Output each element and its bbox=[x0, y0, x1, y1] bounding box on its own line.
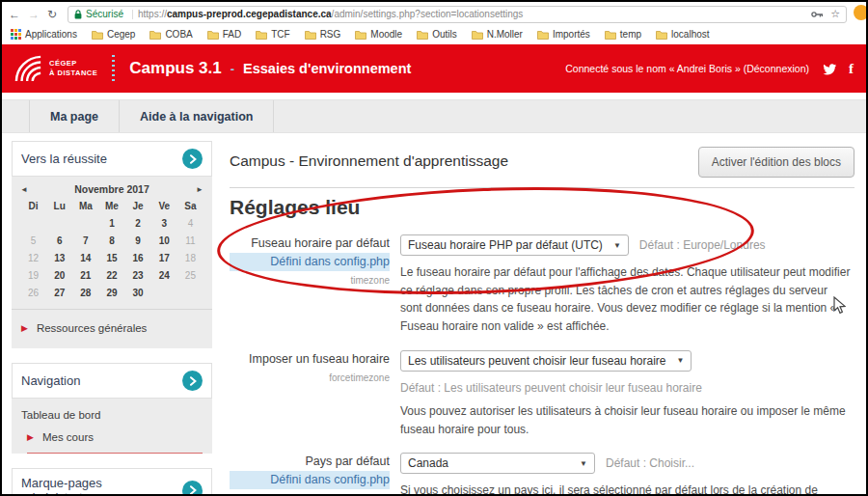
calendar-day[interactable]: 25 bbox=[177, 270, 203, 281]
calendar-day-header: Me bbox=[98, 201, 124, 211]
calendar-day[interactable]: 12 bbox=[20, 253, 46, 263]
calendar-day[interactable]: 13 bbox=[46, 253, 72, 263]
apps-grid-icon bbox=[11, 29, 21, 40]
calendar-day[interactable]: 20 bbox=[46, 270, 72, 281]
calendar-day bbox=[72, 218, 98, 229]
bookmark-folder-localhost[interactable]: localhost bbox=[656, 29, 709, 40]
default-value-text: Défaut : Les utilisateurs peuvent choisi… bbox=[400, 381, 854, 395]
bookmark-label: Cegep bbox=[107, 29, 135, 40]
calendar-day bbox=[46, 218, 72, 229]
password-key-icon[interactable] bbox=[811, 11, 824, 18]
url-separator bbox=[132, 10, 133, 19]
reload-button[interactable]: ↻ bbox=[47, 9, 57, 20]
bookmark-folder-importés[interactable]: Importés bbox=[537, 29, 590, 40]
bookmark-star-icon[interactable]: ☆ bbox=[830, 8, 840, 20]
calendar-day[interactable]: 4 bbox=[177, 218, 203, 229]
calendar-day[interactable]: 23 bbox=[125, 270, 151, 281]
calendar-day[interactable]: 10 bbox=[151, 235, 177, 246]
bookmark-folder-coba[interactable]: COBA bbox=[149, 29, 192, 40]
calendar-day[interactable]: 7 bbox=[72, 235, 98, 246]
calendar-day[interactable]: 11 bbox=[177, 235, 203, 246]
twitter-icon[interactable] bbox=[822, 63, 836, 75]
bookmark-folder-n.moller[interactable]: N.Moller bbox=[472, 29, 523, 40]
folder-icon bbox=[305, 30, 316, 40]
back-button[interactable]: ← bbox=[9, 9, 20, 20]
bookmark-label: localhost bbox=[671, 29, 709, 40]
bookmark-folder-cegep[interactable]: Cegep bbox=[92, 29, 135, 40]
calendar-day[interactable]: 29 bbox=[98, 288, 124, 298]
default-value-text: Défaut : Choisir... bbox=[606, 456, 694, 470]
red-triangle-icon: ▶ bbox=[27, 433, 34, 442]
block-header-marque-pages[interactable]: Marque-pages administrateur bbox=[12, 468, 212, 496]
calendar-day[interactable]: 21 bbox=[72, 270, 98, 281]
sidebar-item-mes-cours[interactable]: ▶ Mes cours bbox=[12, 421, 212, 443]
forcetimezone-select[interactable]: Les utilisateurs peuvent choisir leur fu… bbox=[400, 350, 692, 372]
folder-icon bbox=[207, 30, 219, 40]
expand-circle-button[interactable] bbox=[182, 149, 203, 169]
setting-row-forcetimezone: Imposer un fuseau horaire forcetimezone … bbox=[230, 350, 854, 438]
timezone-select[interactable]: Fuseau horaire PHP par défaut (UTC) ▼ bbox=[400, 234, 629, 256]
profile-avatar[interactable] bbox=[854, 5, 868, 20]
folder-icon bbox=[656, 30, 667, 40]
bookmark-folder-fad[interactable]: FAD bbox=[207, 29, 241, 40]
sidebar-item-ressources-generales[interactable]: ▶ Ressources générales bbox=[12, 310, 212, 348]
facebook-icon[interactable]: f bbox=[849, 61, 854, 77]
calendar-day[interactable]: 3 bbox=[151, 218, 177, 229]
calendar-day[interactable]: 19 bbox=[20, 270, 46, 281]
folder-icon bbox=[472, 30, 483, 40]
bookmark-label: COBA bbox=[165, 29, 192, 40]
bookmark-folder-rsg[interactable]: RSG bbox=[305, 29, 341, 40]
calendar-day[interactable]: 28 bbox=[72, 288, 98, 298]
calendar-day[interactable]: 15 bbox=[98, 253, 124, 263]
calendar: ◄ Novembre 2017 ► DiLuMaMeJeVeSa12345678… bbox=[12, 177, 212, 300]
logged-in-status[interactable]: Connecté sous le nom « Andrei Boris » (D… bbox=[565, 63, 809, 74]
calendar-day[interactable]: 18 bbox=[177, 253, 203, 263]
main-content: Campus - Environnement d'apprentissage A… bbox=[230, 147, 854, 496]
calendar-day[interactable]: 2 bbox=[125, 218, 151, 229]
bookmark-label: temp bbox=[620, 29, 641, 40]
calendar-day[interactable]: 30 bbox=[125, 288, 151, 298]
calendar-day[interactable]: 17 bbox=[151, 253, 177, 263]
calendar-day[interactable]: 14 bbox=[72, 253, 98, 263]
default-value-text: Défaut : Europe/Londres bbox=[639, 238, 766, 252]
sidebar-item-tableau-de-bord[interactable]: Tableau de bord bbox=[12, 399, 212, 421]
calendar-day[interactable]: 24 bbox=[151, 270, 177, 281]
folder-icon bbox=[355, 30, 366, 40]
chevron-down-icon: ▼ bbox=[613, 241, 621, 250]
bookmark-folder-outils[interactable]: Outils bbox=[417, 29, 457, 40]
calendar-day[interactable]: 9 bbox=[125, 235, 151, 246]
calendar-day[interactable]: 5 bbox=[20, 235, 46, 246]
expand-circle-button[interactable] bbox=[182, 371, 203, 391]
calendar-day[interactable]: 8 bbox=[98, 235, 124, 246]
calendar-day[interactable]: 27 bbox=[46, 288, 72, 298]
tab-ma-page[interactable]: Ma page bbox=[30, 100, 120, 132]
bookmark-label: FAD bbox=[223, 29, 241, 40]
block-header-vers-la-reussite[interactable]: Vers la réussite bbox=[12, 141, 212, 177]
app-header: CÉGEP À DISTANCE Campus 3.1 - Essaies d'… bbox=[2, 44, 866, 93]
country-select[interactable]: Canada ▼ bbox=[400, 453, 595, 474]
forward-button[interactable]: → bbox=[28, 9, 40, 20]
enable-block-editing-button[interactable]: Activer l'édition des blocs bbox=[698, 147, 854, 178]
red-triangle-icon: ▶ bbox=[21, 324, 28, 333]
cegep-logo[interactable]: CÉGEP À DISTANCE bbox=[14, 55, 97, 82]
bookmark-folder-moodle[interactable]: Moodle bbox=[355, 29, 402, 40]
calendar-day[interactable]: 22 bbox=[98, 270, 124, 281]
calendar-day[interactable]: 6 bbox=[46, 235, 72, 246]
calendar-prev-icon[interactable]: ◄ bbox=[20, 185, 41, 194]
calendar-day[interactable]: 26 bbox=[20, 288, 46, 298]
address-bar[interactable]: Sécurisé https://campus-preprod.cegepadi… bbox=[68, 6, 847, 23]
calendar-month-label: Novembre 2017 bbox=[41, 183, 182, 195]
calendar-day[interactable]: 16 bbox=[125, 253, 151, 263]
bookmark-folder-tcf[interactable]: TCF bbox=[256, 29, 289, 40]
tab-filler bbox=[274, 100, 866, 132]
calendar-next-icon[interactable]: ► bbox=[182, 185, 203, 194]
tab-aide-navigation[interactable]: Aide à la navigation bbox=[120, 100, 274, 132]
folder-icon bbox=[92, 30, 103, 40]
section-heading: Réglages lieu bbox=[230, 196, 854, 219]
apps-shortcut[interactable]: Applications bbox=[11, 29, 77, 40]
calendar-day[interactable]: 1 bbox=[98, 218, 124, 229]
folder-icon bbox=[605, 30, 616, 40]
bookmark-folder-temp[interactable]: temp bbox=[605, 29, 641, 40]
block-header-navigation[interactable]: Navigation bbox=[12, 363, 212, 399]
expand-circle-button[interactable] bbox=[182, 481, 203, 496]
